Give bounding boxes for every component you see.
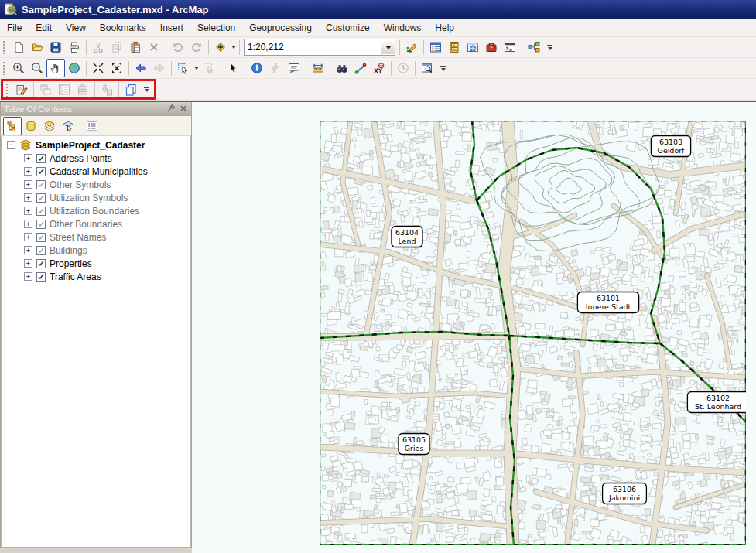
- menu-edit[interactable]: Edit: [29, 20, 59, 36]
- list-by-source-button[interactable]: [22, 117, 40, 135]
- find-route-button[interactable]: [351, 59, 370, 77]
- pan-button[interactable]: [46, 59, 65, 77]
- arctoolbox-window-button[interactable]: [482, 38, 501, 56]
- layer-label[interactable]: Street Names: [50, 232, 106, 243]
- toolbar-overflow-button[interactable]: [438, 60, 448, 77]
- viewer-window-button[interactable]: [418, 59, 436, 77]
- table-of-contents-window-button[interactable]: [426, 38, 445, 56]
- layer-visibility-checkbox[interactable]: [36, 193, 46, 203]
- time-slider-button[interactable]: [394, 59, 412, 77]
- menu-windows[interactable]: Windows: [377, 20, 429, 36]
- layer-row-street-names[interactable]: +Street Names: [2, 230, 190, 244]
- expand-icon[interactable]: +: [24, 246, 32, 254]
- modelbuilder-window-button[interactable]: [525, 38, 543, 56]
- search-window-button[interactable]: [464, 38, 482, 56]
- fixed-zoom-out-button[interactable]: [108, 59, 126, 77]
- go-forward-extent-button[interactable]: [150, 59, 169, 77]
- close-icon[interactable]: [179, 104, 188, 114]
- editor-toolbar-toggle-button[interactable]: [402, 38, 421, 56]
- save-document-button[interactable]: [46, 38, 65, 56]
- expand-icon[interactable]: +: [24, 193, 32, 202]
- layer-label[interactable]: Utilization Boundaries: [50, 206, 139, 217]
- toc-dataframe-row[interactable]: −SampleProject_Cadaster: [2, 138, 190, 152]
- copy-button[interactable]: [108, 38, 126, 56]
- identify-button[interactable]: [248, 59, 266, 77]
- add-data-button[interactable]: [211, 38, 230, 56]
- cut-button[interactable]: [89, 38, 108, 56]
- delete-button[interactable]: [145, 38, 163, 56]
- select-features-button[interactable]: [174, 59, 193, 77]
- layer-visibility-checkbox[interactable]: [36, 220, 46, 229]
- zoom-in-button[interactable]: [9, 59, 28, 77]
- edit-setup-button[interactable]: [12, 80, 31, 99]
- expand-icon[interactable]: +: [24, 180, 32, 189]
- layer-label[interactable]: Other Boundaries: [50, 219, 122, 230]
- select-elements-button[interactable]: [224, 59, 242, 77]
- menu-geoprocessing[interactable]: Geoprocessing: [242, 20, 319, 36]
- layer-row-traffic-areas[interactable]: +Traffic Areas: [2, 270, 190, 283]
- map-view[interactable]: 63101Innere Stadt63102St. Leonhard63103G…: [320, 121, 746, 545]
- toolbar-overflow-button[interactable]: [545, 39, 555, 56]
- fixed-zoom-in-button[interactable]: [89, 59, 108, 77]
- map-scale-input[interactable]: [245, 41, 381, 53]
- layer-visibility-checkbox[interactable]: [36, 272, 46, 282]
- go-back-extent-button[interactable]: [132, 59, 150, 77]
- layer-visibility-checkbox[interactable]: [36, 259, 46, 268]
- list-by-selection-button[interactable]: [59, 117, 77, 135]
- layer-visibility-checkbox[interactable]: [36, 207, 46, 216]
- layer-row-other-symbols[interactable]: +Other Symbols: [2, 178, 190, 191]
- layer-row-utilization-symbols[interactable]: +Utilization Symbols: [2, 191, 190, 204]
- dataframe-label[interactable]: SampleProject_Cadaster: [36, 140, 145, 151]
- layer-visibility-checkbox[interactable]: [36, 233, 46, 242]
- toolbar-grip[interactable]: [2, 40, 6, 54]
- find-button[interactable]: [333, 59, 351, 77]
- expand-icon[interactable]: +: [24, 233, 32, 241]
- layer-label[interactable]: Buildings: [50, 245, 87, 256]
- expand-icon[interactable]: +: [24, 220, 32, 228]
- collapse-icon[interactable]: −: [7, 141, 15, 149]
- window-layout-button[interactable]: [36, 80, 55, 99]
- redo-button[interactable]: [187, 38, 206, 56]
- toolbar-grip[interactable]: [5, 83, 9, 97]
- layer-label[interactable]: Utilization Symbols: [50, 193, 128, 203]
- menu-insert[interactable]: Insert: [153, 20, 190, 36]
- undo-button[interactable]: [169, 38, 187, 56]
- pin-icon[interactable]: [166, 104, 176, 114]
- html-popup-button[interactable]: [285, 59, 303, 77]
- python-window-button[interactable]: [501, 38, 519, 56]
- layer-row-buildings[interactable]: +Buildings: [2, 244, 190, 257]
- expand-icon[interactable]: +: [24, 259, 32, 268]
- expand-icon[interactable]: +: [24, 154, 32, 162]
- toc-options-button[interactable]: [83, 117, 101, 135]
- expand-icon[interactable]: +: [24, 167, 32, 176]
- list-by-visibility-button[interactable]: [40, 117, 59, 135]
- list-panel-button[interactable]: [55, 80, 74, 99]
- layer-row-utilization-boundaries[interactable]: +Utilization Boundaries: [2, 204, 190, 217]
- map-scale-dropdown-icon[interactable]: [381, 40, 395, 54]
- layer-row-address-points[interactable]: +Address Points: [2, 152, 190, 165]
- new-document-button[interactable]: [9, 38, 28, 56]
- open-document-button[interactable]: [28, 38, 46, 56]
- organizer-button[interactable]: [74, 80, 92, 99]
- import-pages-button[interactable]: [97, 80, 116, 99]
- print-button[interactable]: [65, 38, 84, 56]
- copy-pages-button[interactable]: [121, 80, 140, 99]
- layer-label[interactable]: Cadastral Municipalities: [50, 166, 148, 177]
- list-by-drawing-order-button[interactable]: [3, 117, 22, 135]
- zoom-out-button[interactable]: [28, 59, 46, 77]
- layer-row-cadastral-municipalities[interactable]: +Cadastral Municipalities: [2, 165, 190, 178]
- menu-file[interactable]: File: [0, 20, 29, 36]
- layer-visibility-checkbox[interactable]: [36, 167, 46, 176]
- layer-label[interactable]: Other Symbols: [50, 179, 111, 190]
- measure-button[interactable]: [309, 59, 327, 77]
- layer-visibility-checkbox[interactable]: [36, 154, 46, 163]
- hyperlink-button[interactable]: [266, 59, 285, 77]
- menu-help[interactable]: Help: [428, 20, 461, 36]
- add-data-dropdown-icon[interactable]: [230, 39, 237, 56]
- toolbar-grip[interactable]: [2, 61, 6, 75]
- menu-customize[interactable]: Customize: [319, 20, 377, 36]
- layer-visibility-checkbox[interactable]: [36, 246, 46, 255]
- expand-icon[interactable]: +: [24, 207, 32, 215]
- menu-view[interactable]: View: [59, 20, 93, 36]
- layer-row-properties[interactable]: +Properties: [2, 257, 190, 270]
